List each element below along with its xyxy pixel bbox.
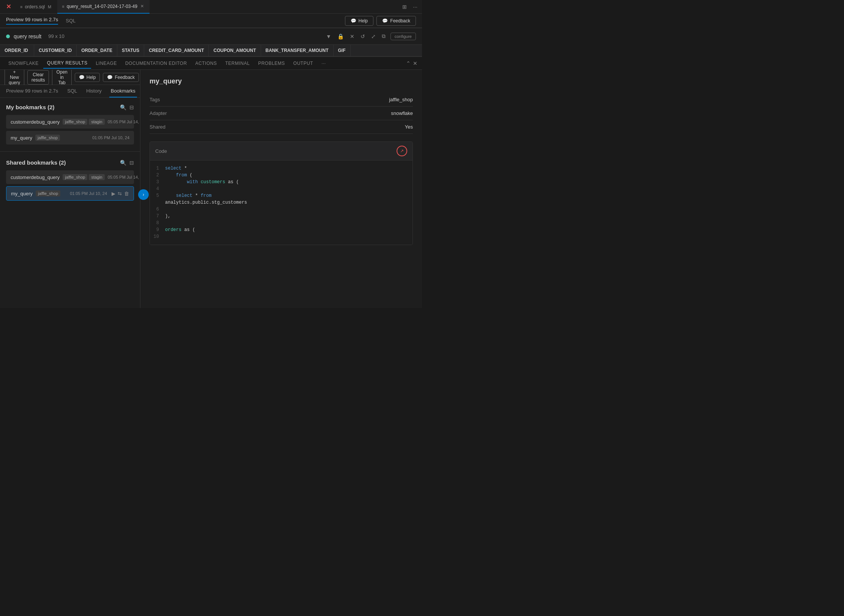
tab-doc-editor[interactable]: DOCUMENTATION EDITOR xyxy=(121,58,191,68)
code-line-5: 5 select * from xyxy=(150,192,413,199)
expand-arrow-button[interactable]: › xyxy=(138,189,149,200)
tab-terminal[interactable]: TERMINAL xyxy=(221,58,254,68)
my-bookmark-2-tags: jaffle_shop xyxy=(35,135,60,141)
sub-tab-preview-left[interactable]: Preview 99 rows in 2.7s xyxy=(5,85,60,97)
collapse-icon[interactable]: ⌃ xyxy=(406,60,411,66)
tab-bar-right: ⊞ ··· xyxy=(401,2,419,11)
tab-lineage[interactable]: LINEAGE xyxy=(92,58,121,68)
tab-query-results[interactable]: QUERY RESULTS xyxy=(43,58,91,69)
detail-shared-value: Yes xyxy=(405,124,413,130)
code-line-10: 10 xyxy=(150,233,413,240)
more-icon[interactable]: ··· xyxy=(411,2,419,11)
top-sub-tabs-left: Preview 99 rows in 2.7s SQL xyxy=(6,17,76,25)
expand-icon[interactable]: ⤢ xyxy=(370,32,377,41)
new-query-button[interactable]: + New query xyxy=(5,70,24,87)
column-headers: ORDER_ID CUSTOMER_ID ORDER_DATE STATUS C… xyxy=(0,45,422,57)
top-right-action-buttons: 💬 Help 💬 Feedback xyxy=(345,16,416,26)
section-divider xyxy=(0,151,140,152)
detail-shared-label: Shared xyxy=(150,124,165,130)
play-icon[interactable]: ▶ xyxy=(112,191,115,196)
bottom-tabs-list: SNOWFLAKE QUERY RESULTS LINEAGE DOCUMENT… xyxy=(5,58,330,69)
help-button-top[interactable]: 💬 Help xyxy=(345,16,374,26)
my-bookmark-2-date: 01:05 PM Jul 10, 24 xyxy=(92,135,129,140)
left-panel: + New query Clear results Open in Tab 💬 … xyxy=(0,70,140,308)
tab-icon-query-result: ≡ xyxy=(62,4,64,9)
share-icon[interactable]: ⇆ xyxy=(118,191,122,196)
code-line-4: 4 xyxy=(150,185,413,192)
my-bookmarks-filter-icon[interactable]: ⊟ xyxy=(129,104,134,110)
feedback-button-bottom[interactable]: 💬 Feedback xyxy=(103,73,139,82)
tab-bar: ✕ ≡ orders.sql M ≡ query_result_14-07-20… xyxy=(0,0,422,14)
code-line-1: 1 select * xyxy=(150,165,413,172)
detail-row-adapter: Adapter snowflake xyxy=(150,107,413,120)
my-bookmark-2[interactable]: my_query jaffle_shop 01:05 PM Jul 10, 24 xyxy=(6,131,134,145)
tab-problems[interactable]: PROBLEMS xyxy=(254,58,289,68)
undo-icon[interactable]: ↺ xyxy=(359,32,366,41)
close-panel-icon[interactable]: ✕ xyxy=(413,60,417,66)
shared-bookmarks-section: Shared bookmarks (2) 🔍 ⊟ customerdebug_q… xyxy=(0,153,140,206)
col-coupon[interactable]: COUPON_AMOUNT xyxy=(209,45,261,56)
my-bookmarks-icons: 🔍 ⊟ xyxy=(120,104,134,110)
code-expand-button[interactable]: ↗ xyxy=(397,146,407,156)
query-result-header-right: ▼ 🔒 ✕ ↺ ⤢ ⧉ configure xyxy=(325,32,416,41)
tab-query-result[interactable]: ≡ query_result_14-07-2024-17-03-49 ✕ xyxy=(57,0,150,14)
code-line-8: 8 xyxy=(150,220,413,226)
tab-label-orders: orders.sql xyxy=(25,4,45,9)
code-section: Code ↗ 1 select * 2 from ( 3 with custom… xyxy=(150,141,413,245)
tab-snowflake[interactable]: SNOWFLAKE xyxy=(5,58,43,68)
sub-tab-bookmarks[interactable]: Bookmarks xyxy=(109,85,137,97)
tab-label-query-result: query_result_14-07-2024-17-03-49 xyxy=(67,4,137,9)
code-body: 1 select * 2 from ( 3 with customers as … xyxy=(150,160,413,245)
filter-icon[interactable]: ▼ xyxy=(325,32,332,41)
configure-button[interactable]: configure xyxy=(391,33,416,40)
lock-icon[interactable]: 🔒 xyxy=(336,32,345,41)
layout-icon[interactable]: ⊞ xyxy=(401,2,408,11)
tab-more[interactable]: ··· xyxy=(318,58,330,68)
code-line-3: 3 with customers as ( xyxy=(150,179,413,185)
tab-bar-left: ✕ ≡ orders.sql M ≡ query_result_14-07-20… xyxy=(3,0,150,14)
shared-bookmark-2[interactable]: my_query jaffle_shop 01:05 PM Jul 10, 24… xyxy=(6,186,134,201)
feedback-button-top[interactable]: 💬 Feedback xyxy=(376,16,416,26)
tab-output[interactable]: OUTPUT xyxy=(290,58,317,68)
detail-row-shared: Shared Yes xyxy=(150,120,413,134)
tab-orders[interactable]: ≡ orders.sql M xyxy=(16,0,56,14)
x-icon[interactable]: ✕ xyxy=(349,32,356,41)
query-detail-title: my_query xyxy=(150,77,413,85)
delete-icon[interactable]: 🗑 xyxy=(124,191,129,196)
sub-tab-history[interactable]: History xyxy=(85,85,103,97)
right-panel: my_query Tags jaffle_shop Adapter snowfl… xyxy=(140,70,422,308)
shared-bookmark-2-name: my_query xyxy=(11,191,33,196)
col-bank-transfer[interactable]: BANK_TRANSFER_AMOUNT xyxy=(261,45,334,56)
shared-bookmarks-filter-icon[interactable]: ⊟ xyxy=(129,160,134,166)
shared-bookmark-1[interactable]: customerdebug_query jaffle_shop stagin 0… xyxy=(6,170,134,184)
sub-tabs-row: + New query Clear results Open in Tab 💬 … xyxy=(0,70,140,85)
open-in-tab-button[interactable]: Open in Tab xyxy=(52,70,71,87)
tab-close-query-result[interactable]: ✕ xyxy=(140,4,145,9)
shared-bookmarks-search-icon[interactable]: 🔍 xyxy=(120,160,126,166)
code-line-5b: analytics.public.stg_customers xyxy=(150,199,413,206)
help-icon-top: 💬 xyxy=(351,18,356,24)
col-gif[interactable]: GIF xyxy=(334,45,351,56)
help-icon-bottom: 💬 xyxy=(79,75,85,80)
detail-adapter-value: snowflake xyxy=(391,110,413,116)
sub-tab-preview[interactable]: Preview 99 rows in 2.7s xyxy=(6,17,58,25)
my-bookmarks-search-icon[interactable]: 🔍 xyxy=(120,104,126,110)
detail-tags-value: jaffle_shop xyxy=(389,97,413,102)
col-status[interactable]: STATUS xyxy=(117,45,144,56)
query-result-header: query result 99 x 10 ▼ 🔒 ✕ ↺ ⤢ ⧉ configu… xyxy=(0,28,422,45)
my-bookmark-1-tag-2: stagin xyxy=(89,119,104,125)
col-order-date[interactable]: ORDER_DATE xyxy=(77,45,117,56)
tab-actions[interactable]: ACTIONS xyxy=(192,58,221,68)
sub-tab-sql-left[interactable]: SQL xyxy=(66,85,79,97)
help-button-bottom[interactable]: 💬 Help xyxy=(75,73,100,82)
col-order-id[interactable]: ORDER_ID xyxy=(0,45,34,56)
col-customer-id[interactable]: CUSTOMER_ID xyxy=(34,45,77,56)
col-credit-card[interactable]: CREDIT_CARD_AMOUNT xyxy=(144,45,209,56)
clear-results-button[interactable]: Clear results xyxy=(27,70,49,85)
sub-tab-sql-top[interactable]: SQL xyxy=(66,18,76,24)
code-line-9: 9 orders as ( xyxy=(150,226,413,233)
my-bookmark-1-tags: jaffle_shop stagin xyxy=(63,119,104,125)
my-bookmark-1[interactable]: customerdebug_query jaffle_shop stagin 0… xyxy=(6,115,134,129)
feedback-icon-bottom: 💬 xyxy=(107,75,113,80)
copy-icon[interactable]: ⧉ xyxy=(381,32,387,41)
